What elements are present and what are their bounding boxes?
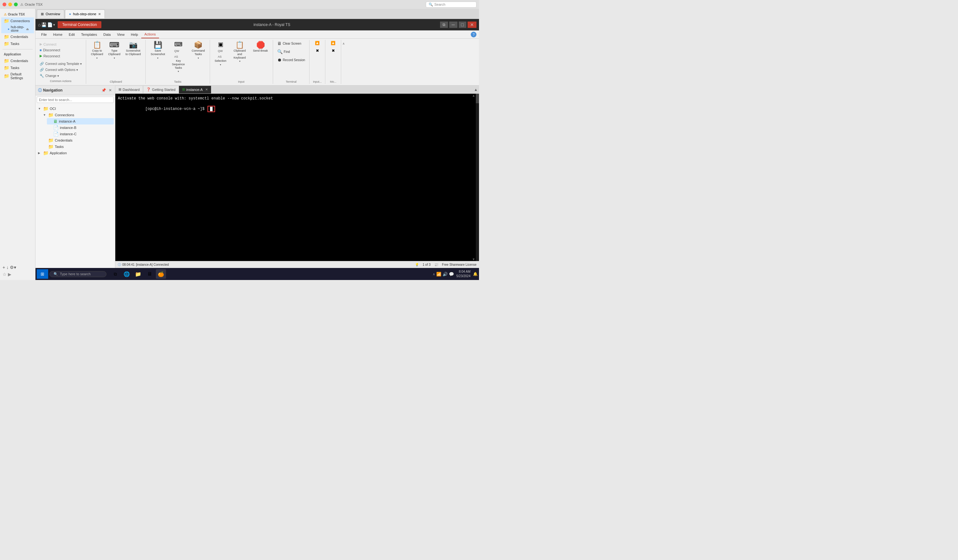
terminal-window[interactable]: Activate the web console with: systemctl… <box>115 94 479 261</box>
selection-btn[interactable]: ▣QWAS Selection ▾ <box>213 40 229 68</box>
oci-label: OCI <box>50 107 56 111</box>
type-clipboard-btn[interactable]: ⌨ TypeClipboard ▾ <box>106 40 122 61</box>
taskbar-app-royal-ts[interactable]: 🍊 <box>156 269 166 279</box>
ribbon-tab-home[interactable]: Home <box>50 30 65 38</box>
change-btn[interactable]: 🔧 Change ▾ <box>38 73 83 79</box>
taskbar-clock[interactable]: 8:04 AM 5/23/2024 <box>457 270 471 278</box>
minimize-button[interactable] <box>8 3 12 6</box>
tab-close-icon[interactable]: ✖ <box>98 12 101 16</box>
tree-item-tasks-oci[interactable]: 📁 Tasks <box>42 143 114 150</box>
clipboard-keyboard-btn[interactable]: 📋 Clipboardand Keyboard ▾ <box>229 40 250 64</box>
window-resize-btn[interactable]: ⧉ <box>440 22 448 28</box>
maximize-button[interactable] <box>14 3 18 6</box>
nav-close-btn[interactable]: ✕ <box>108 87 113 93</box>
tree-item-credentials[interactable]: 📁 Credentials <box>42 137 114 143</box>
start-button[interactable]: ⊞ <box>37 269 48 279</box>
sidebar-item-tasks2[interactable]: 📁 Tasks <box>1 64 34 71</box>
copy-to-clipboard-btn[interactable]: 📋 Copy toClipboard ▾ <box>89 40 106 61</box>
sidebar-item-credentials[interactable]: 📁 Credentials <box>1 33 34 40</box>
terminal-scroll-up[interactable]: ▲ <box>472 94 475 97</box>
taskbar-volume-icon[interactable]: 🔊 <box>443 272 448 276</box>
tab-bar: ⊞ Overview ● hub-step-stone ✖ <box>35 9 479 19</box>
taskbar-app-edge[interactable]: 🌐 <box>122 269 132 279</box>
send-break-btn[interactable]: 🛑 Send Break <box>251 40 270 54</box>
find-btn[interactable]: 🔍 Find <box>276 48 292 55</box>
window-restore-btn[interactable]: □ <box>459 22 466 28</box>
find-icon: 🔍 <box>277 49 282 54</box>
more-up-btn[interactable]: 🔼 <box>328 40 338 46</box>
tree-item-instance-b[interactable]: 📄 instance-B <box>47 124 114 131</box>
taskbar-app-terminal[interactable]: 🖥 <box>144 269 155 279</box>
connect-options-btn[interactable]: 🔗 Connect with Options ▾ <box>38 67 83 73</box>
sidebar-add-btn[interactable]: + <box>3 265 5 270</box>
ribbon-tab-actions[interactable]: Actions <box>141 30 159 38</box>
input2-up-btn[interactable]: 🔼 <box>312 40 322 46</box>
nav-pin-btn[interactable]: 📌 <box>101 87 107 93</box>
ribbon-tab-templates[interactable]: Templates <box>78 30 100 38</box>
taskbar-search[interactable]: 🔍 Type here to search <box>49 271 106 277</box>
sidebar-item-default-settings[interactable]: 📁 Default Settings <box>1 71 34 81</box>
sidebar-item-connections[interactable]: 📁 Connections <box>1 17 34 24</box>
connect-template-btn[interactable]: 🔗 Connect using Template ▾ <box>38 61 83 67</box>
clear-screen-icon: 🖥 <box>277 41 282 46</box>
scrollbar-thumb[interactable] <box>476 94 479 103</box>
ribbon-tab-data[interactable]: Data <box>100 30 114 38</box>
window-close-btn[interactable]: ✕ <box>468 22 476 28</box>
session-tab-dashboard[interactable]: ⊞ Dashboard <box>115 86 143 94</box>
quick-doc-btn[interactable]: 📄 <box>47 22 52 27</box>
quick-dropdown-btn[interactable]: ▾ <box>53 23 55 27</box>
quick-home-btn[interactable]: ⌂ <box>38 22 41 27</box>
more-group: 🔼 ✖ Mo... <box>325 40 341 84</box>
quick-save-btn[interactable]: 💾 <box>41 22 46 27</box>
ribbon-tab-file[interactable]: File <box>38 30 50 38</box>
tab-hub-step-stone[interactable]: ● hub-step-stone ✖ <box>65 10 105 18</box>
disconnect-btn[interactable]: ■ Disconnect <box>38 47 83 53</box>
session-tab-up-btn[interactable]: ▲ <box>473 87 479 92</box>
sidebar-item-tasks[interactable]: 📁 Tasks <box>1 40 34 47</box>
terminal-connection-badge: Terminal Connection <box>58 21 101 28</box>
taskbar-chevron-icon[interactable]: ∧ <box>433 273 435 276</box>
taskbar-app-explorer[interactable]: 📁 <box>133 269 143 279</box>
sidebar-star-btn[interactable]: ☆ <box>3 272 7 277</box>
tree-item-oci[interactable]: ▼ 📁 OCI <box>37 105 114 112</box>
sidebar-settings-btn[interactable]: ⚙▾ <box>10 265 16 270</box>
command-tasks-btn[interactable]: 📦 CommandTasks ▾ <box>189 40 207 61</box>
tree-item-connections[interactable]: ▼ 📁 Connections <box>42 112 114 118</box>
terminal-scroll-down[interactable]: ▼ <box>472 257 475 261</box>
save-screenshot-btn[interactable]: 💾 SaveScreenshot ▾ <box>148 40 167 61</box>
taskbar-network-icon[interactable]: 📶 <box>436 272 441 276</box>
reconnect-btn[interactable]: ▶ Reconnect <box>38 53 83 59</box>
ribbon-collapse-btn[interactable]: ∧ <box>342 41 345 46</box>
input2-cross-btn[interactable]: ✖ <box>312 48 322 54</box>
input2-up-icon: 🔼 <box>315 41 320 45</box>
sidebar-pin-btn[interactable]: ↓ <box>6 265 8 270</box>
session-tab-close-icon[interactable]: ✕ <box>205 88 208 91</box>
tab-overview[interactable]: ⊞ Overview <box>37 10 64 18</box>
taskbar-notification-icon[interactable]: 💬 <box>449 272 454 276</box>
session-tab-instance-a[interactable]: ⊞ instance-A ✕ <box>179 86 211 94</box>
key-sequence-btn[interactable]: ⌨QWAS Key SequenceTasks ▾ <box>168 40 189 75</box>
tree-item-instance-c[interactable]: 📄 instance-C <box>47 131 114 137</box>
record-session-btn[interactable]: ⏺ Record Session <box>276 56 307 63</box>
ribbon-tab-edit[interactable]: Edit <box>65 30 78 38</box>
screenshot-to-clipboard-btn[interactable]: 📷 Screenshotto Clipboard <box>123 40 143 58</box>
more-cross-btn[interactable]: ✖ <box>328 48 338 54</box>
taskbar-app-task-view[interactable]: ⧉ <box>110 269 121 279</box>
session-tab-getting-started[interactable]: ❓ Getting Started <box>143 86 179 94</box>
ribbon-tab-help[interactable]: Help <box>128 30 141 38</box>
sidebar-play-btn[interactable]: ▶ <box>8 272 11 277</box>
clear-screen-btn[interactable]: 🖥 Clear Screen <box>276 40 303 47</box>
help-button[interactable]: ? <box>471 32 476 37</box>
sidebar-item-credentials2[interactable]: 📁 Credentials <box>1 57 34 64</box>
sidebar-item-hub-step-stone[interactable]: ● hub-step-stone ⏏ <box>1 24 34 33</box>
search-bar[interactable]: 🔍 Search <box>426 2 476 8</box>
terminal-scrollbar[interactable] <box>476 94 479 261</box>
tree-item-instance-a[interactable]: 🖥 instance-A <box>47 118 114 124</box>
close-button[interactable] <box>3 3 6 6</box>
window-minimize-btn[interactable]: ─ <box>449 22 457 28</box>
taskbar-notification-bell[interactable]: 🔔 <box>473 272 478 276</box>
nav-search-input[interactable] <box>37 97 114 103</box>
connect-btn[interactable]: ▶ Connect <box>38 41 83 47</box>
ribbon-tab-view[interactable]: View <box>114 30 128 38</box>
tree-item-application[interactable]: ▶ 📁 Application <box>37 150 114 156</box>
